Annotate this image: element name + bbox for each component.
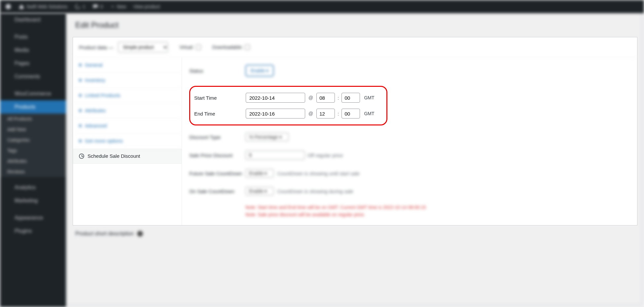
future-countdown-value: Enable [249, 171, 264, 176]
downloadable-checkbox[interactable] [245, 45, 250, 50]
sale-price-discount-input[interactable] [245, 151, 305, 160]
clock-icon [79, 154, 84, 159]
at-symbol: @ [308, 95, 313, 100]
sidebar-item-attributes[interactable]: Attributes [0, 156, 66, 166]
svg-point-0 [6, 4, 11, 9]
view-product-label: View product [133, 4, 160, 9]
tab-advanced[interactable]: Advanced [73, 118, 182, 133]
end-time-row: End Time @ : GMT [194, 109, 376, 119]
product-data-label: Product data — [79, 45, 113, 50]
updates-count: 1 [83, 4, 85, 9]
start-hour-input[interactable] [316, 93, 335, 103]
tab-linked-products[interactable]: Linked Products [73, 88, 182, 103]
status-label: Status [189, 68, 245, 74]
sidebar-item-label: Analytics [15, 185, 36, 190]
sidebar-item-label: Comments [15, 74, 40, 80]
time-colon: : [338, 111, 339, 117]
updates-indicator[interactable]: 1 [75, 4, 85, 10]
on-sale-countdown-value: Enable [249, 188, 264, 194]
sidebar-item-label: Marketing [15, 198, 38, 204]
tab-general[interactable]: General [73, 57, 182, 73]
note-regular-price: Note: Sale price discount will be availa… [245, 212, 630, 217]
sidebar-item-label: Reviews [7, 169, 25, 174]
sidebar-item-tags[interactable]: Tags [0, 145, 66, 156]
sidebar-item-posts[interactable]: Posts [0, 30, 66, 44]
sidebar-item-woocommerce[interactable]: WooCommerce [0, 87, 66, 100]
sidebar-item-dashboard[interactable]: Dashboard [0, 13, 66, 26]
status-row: Status Enable ▾ [189, 65, 630, 77]
sale-price-discount-row: Sale Price Discount Off regular price [189, 151, 630, 160]
sidebar-item-categories[interactable]: Categories [0, 135, 66, 145]
wp-logo[interactable] [5, 4, 11, 10]
future-countdown-select[interactable]: Enable ▾ [245, 169, 274, 178]
sidebar-item-label: Products [15, 104, 35, 110]
product-type-select[interactable]: Simple product [118, 42, 168, 52]
sale-price-discount-suffix: Off regular price [307, 153, 343, 158]
sidebar-item-label: All Products [7, 116, 32, 121]
on-sale-countdown-row: On Sale CountDown Enable ▾ CountDown is … [189, 187, 630, 195]
sidebar-item-plugins[interactable]: Plugins [0, 224, 66, 238]
comments-count: 0 [100, 4, 103, 9]
tab-attributes[interactable]: Attributes [73, 103, 182, 118]
help-icon[interactable] [137, 231, 143, 237]
on-sale-countdown-select[interactable]: Enable ▾ [245, 187, 274, 195]
product-tabs: General Inventory Linked Products Attrib… [73, 57, 182, 225]
time-colon: : [338, 95, 339, 101]
end-time-label: End Time [194, 111, 246, 117]
start-date-input[interactable] [246, 93, 305, 103]
view-product-link[interactable]: View product [133, 4, 160, 9]
sidebar-item-label: Media [15, 47, 29, 53]
discount-type-select[interactable]: % Percentage ▾ [245, 133, 289, 141]
discount-type-value: % Percentage [249, 134, 278, 140]
sidebar-item-label: Attributes [7, 158, 27, 164]
sidebar-item-label: Appearance [15, 215, 43, 221]
comments-indicator[interactable]: 0 [92, 4, 103, 10]
sidebar-item-pages[interactable]: Pages [0, 57, 66, 70]
end-hour-input[interactable] [316, 109, 335, 119]
at-symbol: @ [308, 111, 313, 116]
future-countdown-hint: CountDown is showing until start sale [277, 171, 359, 176]
sidebar-item-products[interactable]: Products [0, 100, 66, 114]
sidebar-item-media[interactable]: Media [0, 44, 66, 57]
sidebar-item-all-products[interactable]: All Products [0, 114, 66, 124]
new-content[interactable]: ＋ New [110, 4, 126, 10]
tab-get-more-options[interactable]: Get more options [73, 133, 182, 149]
tab-inventory[interactable]: Inventory [73, 73, 182, 88]
virtual-label: Virtual: [179, 45, 194, 50]
note-gmt: Note: Start time and End time will be on… [245, 205, 630, 210]
sidebar-item-add-new[interactable]: Add New [0, 124, 66, 135]
virtual-checkbox[interactable] [196, 45, 201, 50]
sidebar-item-marketing[interactable]: Marketing [0, 194, 66, 207]
time-range-highlight: Start Time @ : GMT End Time [189, 86, 387, 125]
end-minute-input[interactable] [341, 109, 360, 119]
wp-admin-sidebar: Dashboard Posts Media Pages Comments Woo… [0, 13, 66, 307]
sidebar-item-appearance[interactable]: Appearance [0, 211, 66, 224]
sidebar-item-label: Dashboard [15, 17, 40, 23]
tab-label: Schedule Sale Discount [88, 153, 140, 159]
downloadable-label: Downloadable: [212, 45, 243, 50]
tab-label: Attributes [85, 108, 106, 113]
site-name[interactable]: Swift Web Solutions [18, 4, 67, 10]
sidebar-item-label: Tags [7, 148, 17, 153]
tab-label: General [85, 62, 102, 68]
site-name-text: Swift Web Solutions [26, 4, 67, 9]
schedule-sale-panel: Status Enable ▾ Start Time @ : [182, 57, 637, 225]
status-select-value: Enable [251, 68, 265, 73]
sidebar-item-comments[interactable]: Comments [0, 70, 66, 83]
start-minute-input[interactable] [341, 93, 360, 103]
tab-schedule-sale-discount[interactable]: Schedule Sale Discount [73, 149, 182, 164]
product-data-header: Product data — Simple product Virtual: D… [73, 37, 637, 57]
status-select[interactable]: Enable ▾ [245, 65, 274, 77]
sidebar-item-analytics[interactable]: Analytics [0, 181, 66, 194]
product-short-description-heading: Product short description [75, 231, 635, 237]
product-data-box: Product data — Simple product Virtual: D… [73, 37, 637, 225]
gmt-label: GMT [364, 111, 374, 116]
sale-price-discount-label: Sale Price Discount [189, 153, 245, 158]
sidebar-item-reviews[interactable]: Reviews [0, 166, 66, 177]
on-sale-countdown-hint: CountDown is showing during sale [277, 188, 353, 194]
start-time-row: Start Time @ : GMT [194, 93, 376, 103]
end-date-input[interactable] [246, 109, 305, 119]
new-label: New [117, 4, 126, 9]
gmt-label: GMT [364, 95, 374, 100]
sidebar-item-label: WooCommerce [15, 91, 51, 97]
